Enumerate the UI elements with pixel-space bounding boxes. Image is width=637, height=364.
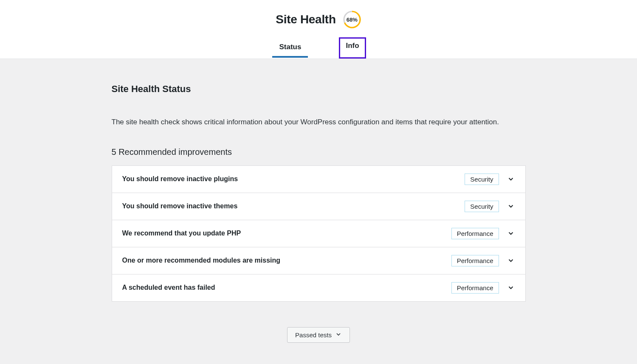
progress-indicator: 68% <box>343 10 361 29</box>
accordion-item-right: Security <box>465 174 515 185</box>
chevron-down-icon <box>335 331 342 339</box>
tab-status[interactable]: Status <box>271 37 309 59</box>
content: Site Health Status The site health check… <box>112 84 526 343</box>
tab-info[interactable]: Info <box>339 37 366 59</box>
chevron-down-icon <box>507 175 515 183</box>
accordion-item-title: We recommend that you update PHP <box>122 230 241 237</box>
accordion-item-title: You should remove inactive plugins <box>122 175 238 183</box>
passed-tests-button[interactable]: Passed tests <box>287 327 350 343</box>
chevron-down-icon <box>507 256 515 265</box>
accordion-item[interactable]: A scheduled event has failed Performance <box>112 274 525 301</box>
header: Site Health 68% Status Info <box>0 0 637 59</box>
progress-percent-label: 68% <box>343 10 361 29</box>
improvements-accordion: You should remove inactive plugins Secur… <box>112 165 526 302</box>
accordion-item[interactable]: One or more recommended modules are miss… <box>112 247 525 274</box>
chevron-down-icon <box>507 229 515 238</box>
accordion-item-right: Security <box>465 201 515 212</box>
badge-security: Security <box>465 174 499 185</box>
accordion-item-right: Performance <box>451 228 515 239</box>
chevron-down-icon <box>507 202 515 210</box>
accordion-item-right: Performance <box>451 255 515 266</box>
description-text: The site health check shows critical inf… <box>112 117 526 128</box>
page-title: Site Health <box>276 13 335 26</box>
badge-performance: Performance <box>451 228 499 239</box>
accordion-item-right: Performance <box>451 282 515 294</box>
accordion-item-title: A scheduled event has failed <box>122 284 215 291</box>
accordion-item[interactable]: You should remove inactive themes Securi… <box>112 193 525 220</box>
passed-tests-label: Passed tests <box>295 331 332 339</box>
passed-tests-row: Passed tests <box>112 327 526 343</box>
accordion-item-title: One or more recommended modules are miss… <box>122 257 281 264</box>
badge-performance: Performance <box>451 282 499 294</box>
accordion-item-title: You should remove inactive themes <box>122 202 238 210</box>
section-title: Site Health Status <box>112 84 526 95</box>
tabs: Status Info <box>0 37 637 59</box>
badge-security: Security <box>465 201 499 212</box>
accordion-item[interactable]: We recommend that you update PHP Perform… <box>112 220 525 247</box>
chevron-down-icon <box>507 283 515 292</box>
badge-performance: Performance <box>451 255 499 266</box>
title-row: Site Health 68% <box>0 10 637 37</box>
accordion-item[interactable]: You should remove inactive plugins Secur… <box>112 166 525 193</box>
body-area: Site Health Status The site health check… <box>0 59 637 364</box>
improvements-title: 5 Recommended improvements <box>112 147 526 157</box>
